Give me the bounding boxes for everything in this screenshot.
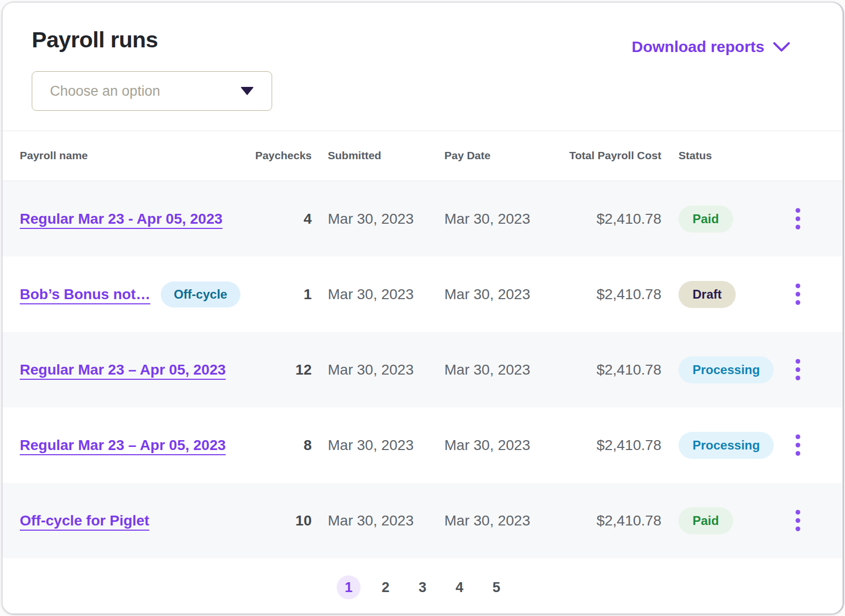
payroll-name-link[interactable]: Bob’s Bonus not… [20,286,150,303]
kebab-dot [796,443,800,447]
pay-date-value: Mar 30, 2023 [444,286,565,303]
status-badge: Paid [678,206,733,233]
kebab-dot [796,367,800,372]
kebab-menu-button[interactable] [792,507,803,534]
paychecks-value: 12 [247,362,312,378]
chevron-down-icon [773,41,790,53]
pagination-page-3[interactable]: 3 [411,575,434,599]
kebab-menu-button[interactable] [792,205,803,233]
payroll-name-link[interactable]: Regular Mar 23 - Apr 05, 2023 [20,211,223,227]
column-header-payroll-name: Payroll name [20,147,247,164]
status-badge: Paid [678,507,733,534]
kebab-dot [796,510,800,515]
pagination-page-1[interactable]: 1 [337,575,361,599]
total-cost-value: $2,410.78 [565,437,661,454]
pay-date-value: Mar 30, 2023 [444,512,565,529]
download-reports-label: Download reports [632,38,764,56]
status-badge: Draft [678,281,736,308]
select-placeholder: Choose an option [50,83,160,99]
paychecks-value: 10 [247,512,312,529]
kebab-dot [796,216,800,221]
pagination-page-2[interactable]: 2 [374,575,398,599]
kebab-dot [796,284,800,288]
table-row: Off-cycle for Piglet 10 Mar 30, 2023 Mar… [3,483,842,558]
pagination-page-4[interactable]: 4 [447,575,471,599]
kebab-menu-button[interactable] [792,280,803,308]
column-header-pay-date: Pay Date [444,147,565,164]
kebab-dot [796,225,800,229]
pay-date-value: Mar 30, 2023 [444,362,565,378]
payroll-name-link[interactable]: Off-cycle for Piglet [20,512,149,529]
paychecks-value: 8 [247,437,312,454]
pay-date-value: Mar 30, 2023 [444,437,565,454]
kebab-menu-button[interactable] [792,356,803,383]
submitted-value: Mar 30, 2023 [312,362,444,378]
column-header-paychecks: Paychecks [247,147,312,164]
download-reports-button[interactable]: Download reports [632,38,790,56]
kebab-dot [796,292,800,297]
table-body: Regular Mar 23 - Apr 05, 2023 4 Mar 30, … [3,181,842,558]
card-header-section: Payroll runs Download reports Choose an … [3,3,842,131]
total-cost-value: $2,410.78 [565,286,661,303]
kebab-dot [796,359,800,364]
pay-date-value: Mar 30, 2023 [444,211,565,227]
kebab-dot [796,527,800,531]
status-badge: Processing [678,432,774,459]
paychecks-value: 1 [247,286,312,303]
table-row: Regular Mar 23 - Apr 05, 2023 4 Mar 30, … [3,181,842,256]
total-cost-value: $2,410.78 [565,512,661,529]
total-cost-value: $2,410.78 [565,362,661,378]
total-cost-value: $2,410.78 [565,211,661,227]
submitted-value: Mar 30, 2023 [312,286,444,303]
submitted-value: Mar 30, 2023 [312,211,444,227]
payroll-name-link[interactable]: Regular Mar 23 – Apr 05, 2023 [20,362,226,378]
page-title: Payroll runs [32,27,158,54]
column-header-submitted: Submitted [312,147,444,164]
off-cycle-tag: Off-cycle [161,281,240,307]
caret-down-icon [240,87,254,95]
payroll-runs-card: Payroll runs Download reports Choose an … [2,2,843,614]
pagination-page-5[interactable]: 5 [484,575,508,599]
payroll-filter-select[interactable]: Choose an option [32,71,272,111]
kebab-dot [796,518,800,523]
status-badge: Processing [678,356,774,383]
table-header-row: Payroll name Paychecks Submitted Pay Dat… [3,131,842,181]
kebab-dot [796,208,800,213]
kebab-menu-button[interactable] [792,431,803,459]
column-header-status: Status [678,147,790,164]
table-row: Bob’s Bonus not… Off-cycle 1 Mar 30, 202… [3,256,842,332]
kebab-dot [796,376,800,380]
kebab-dot [796,434,800,439]
kebab-dot [796,300,800,305]
payroll-name-link[interactable]: Regular Mar 23 – Apr 05, 2023 [20,437,226,454]
submitted-value: Mar 30, 2023 [312,512,444,529]
column-header-total-payroll-cost: Total Payroll Cost [565,147,661,164]
pagination: 1 2 3 4 5 [3,558,842,614]
paychecks-value: 4 [247,211,312,227]
submitted-value: Mar 30, 2023 [312,437,444,454]
kebab-dot [796,451,800,456]
table-row: Regular Mar 23 – Apr 05, 2023 12 Mar 30,… [3,332,842,407]
table-row: Regular Mar 23 – Apr 05, 2023 8 Mar 30, … [3,407,842,483]
